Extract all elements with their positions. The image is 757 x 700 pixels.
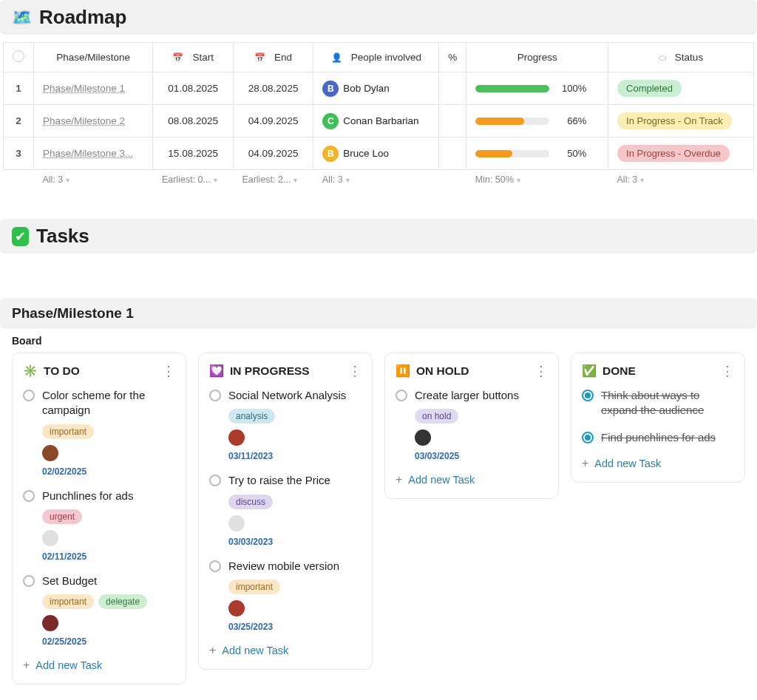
summary-phase[interactable]: All: 3▾ (34, 170, 153, 190)
column-title: DONE (602, 364, 636, 378)
card-date[interactable]: 02/02/2025 (42, 466, 175, 477)
column-menu-icon[interactable]: ⋮ (534, 364, 548, 378)
task-card[interactable]: Punchlines for ads urgent02/11/2025 (23, 489, 175, 562)
col-status[interactable]: ⬭Status (608, 43, 754, 72)
task-radio[interactable] (23, 390, 35, 401)
col-start[interactable]: 📅Start (153, 43, 233, 72)
add-task-button[interactable]: +Add new Task (23, 659, 175, 672)
person-name: Bob Dylan (343, 83, 389, 94)
tag[interactable]: urgent (42, 509, 82, 524)
task-radio[interactable] (23, 575, 35, 587)
board-label: Board (0, 335, 757, 353)
add-task-button[interactable]: +Add new Task (209, 644, 361, 657)
col-end[interactable]: 📅End (233, 43, 313, 72)
person-name: Bruce Loo (343, 148, 389, 159)
task-title: Social Network Analysis (228, 388, 346, 403)
add-task-button[interactable]: +Add new Task (582, 457, 734, 470)
task-radio-checked[interactable] (582, 390, 594, 401)
progress-percent: 100% (557, 83, 586, 94)
task-card[interactable]: Think about ways to expand the audience (582, 388, 734, 418)
board-column-done: ✅DONE ⋮ Think about ways to expand the a… (571, 353, 745, 483)
progress-cell: 66% (475, 115, 599, 126)
status-badge[interactable]: In Progress - On Track (617, 112, 732, 129)
person-cell[interactable]: C Conan Barbarian (322, 113, 430, 129)
tag[interactable]: important (228, 580, 280, 594)
avatar: C (322, 113, 339, 129)
phase-link[interactable]: Phase/Milestone 2 (43, 115, 125, 126)
col-progress[interactable]: Progress (466, 43, 608, 72)
summary-status[interactable]: All: 3▾ (608, 170, 754, 190)
person-icon: 👤 (331, 52, 342, 63)
tag[interactable]: discuss (228, 495, 273, 509)
phase-link[interactable]: Phase/Milestone 1 (43, 83, 125, 94)
column-icon: ⏸️ (396, 364, 410, 378)
roadmap-row[interactable]: 2 Phase/Milestone 2 08.08.2025 04.09.202… (4, 105, 754, 137)
tag[interactable]: delegate (98, 594, 147, 609)
roadmap-row[interactable]: 3 Phase/Milestone 3... 15.08.2025 04.09.… (4, 137, 754, 170)
tag[interactable]: analysis (228, 409, 275, 424)
task-radio[interactable] (209, 560, 221, 572)
plus-icon: + (582, 457, 588, 470)
avatar[interactable] (228, 515, 245, 531)
col-pct[interactable]: % (439, 43, 466, 72)
summary-start[interactable]: Earliest: 0...▾ (153, 170, 233, 190)
column-menu-icon[interactable]: ⋮ (348, 364, 361, 378)
task-card[interactable]: Find punchlines for ads (582, 430, 734, 445)
status-badge[interactable]: Completed (617, 80, 682, 97)
card-date[interactable]: 03/11/2023 (228, 451, 361, 461)
column-title: ON HOLD (416, 364, 469, 378)
task-card[interactable]: Review mobile version important03/25/202… (209, 559, 361, 632)
task-radio[interactable] (209, 390, 221, 401)
summary-people[interactable]: All: 3▾ (313, 170, 439, 190)
end-date: 04.09.2025 (233, 105, 313, 137)
tag[interactable]: important (42, 594, 94, 609)
summary-end[interactable]: Earliest: 2...▾ (233, 170, 313, 190)
task-radio[interactable] (23, 490, 35, 502)
tag[interactable]: on hold (415, 409, 458, 424)
tag[interactable]: important (42, 424, 94, 439)
avatar[interactable] (42, 615, 58, 631)
add-task-button[interactable]: +Add new Task (396, 473, 548, 486)
status-icon: ⬭ (659, 52, 666, 63)
avatar[interactable] (415, 429, 431, 446)
progress-cell: 100% (475, 83, 599, 94)
end-date: 28.08.2025 (233, 72, 313, 105)
column-menu-icon[interactable]: ⋮ (721, 364, 734, 378)
task-radio[interactable] (209, 475, 221, 486)
avatar[interactable] (228, 600, 245, 616)
card-date[interactable]: 02/11/2025 (42, 551, 175, 562)
avatar[interactable] (228, 429, 245, 446)
task-card[interactable]: Try to raise the Price discuss03/03/2023 (209, 473, 361, 546)
avatar[interactable] (42, 530, 58, 546)
end-date: 04.09.2025 (233, 137, 313, 170)
tasks-title: Tasks (36, 225, 89, 248)
person-cell[interactable]: B Bruce Loo (322, 146, 430, 162)
status-badge[interactable]: In Progress - Overdue (617, 145, 730, 162)
select-all-header[interactable] (4, 43, 34, 72)
task-title: Color scheme for the campaign (42, 388, 175, 418)
progress-cell: 50% (475, 148, 599, 159)
col-people[interactable]: 👤People involved (313, 43, 439, 72)
task-radio[interactable] (396, 390, 407, 401)
task-title: Try to raise the Price (228, 473, 330, 488)
column-menu-icon[interactable]: ⋮ (162, 364, 175, 378)
plus-icon: + (23, 659, 30, 672)
task-radio-checked[interactable] (582, 432, 594, 444)
summary-progress[interactable]: Min: 50%▾ (466, 170, 608, 190)
person-name: Conan Barbarian (343, 115, 418, 126)
avatar[interactable] (42, 445, 58, 461)
person-cell[interactable]: B Bob Dylan (322, 81, 430, 97)
card-date[interactable]: 03/25/2023 (228, 622, 361, 632)
progress-percent: 66% (557, 115, 586, 126)
card-date[interactable]: 03/03/2023 (228, 537, 361, 547)
task-card[interactable]: Color scheme for the campaign important0… (23, 388, 175, 477)
roadmap-row[interactable]: 1 Phase/Milestone 1 01.08.2025 28.08.202… (4, 72, 754, 105)
col-phase[interactable]: Phase/Milestone (34, 43, 153, 72)
card-date[interactable]: 03/03/2025 (415, 451, 548, 461)
phase-link[interactable]: Phase/Milestone 3... (43, 148, 133, 159)
task-card[interactable]: Create larger buttons on hold03/03/2025 (396, 388, 548, 461)
task-card[interactable]: Set Budget importantdelegate02/25/2025 (23, 574, 175, 647)
task-card[interactable]: Social Network Analysis analysis03/11/20… (209, 388, 361, 461)
card-date[interactable]: 02/25/2025 (42, 636, 175, 647)
column-icon: ✅ (582, 364, 597, 378)
